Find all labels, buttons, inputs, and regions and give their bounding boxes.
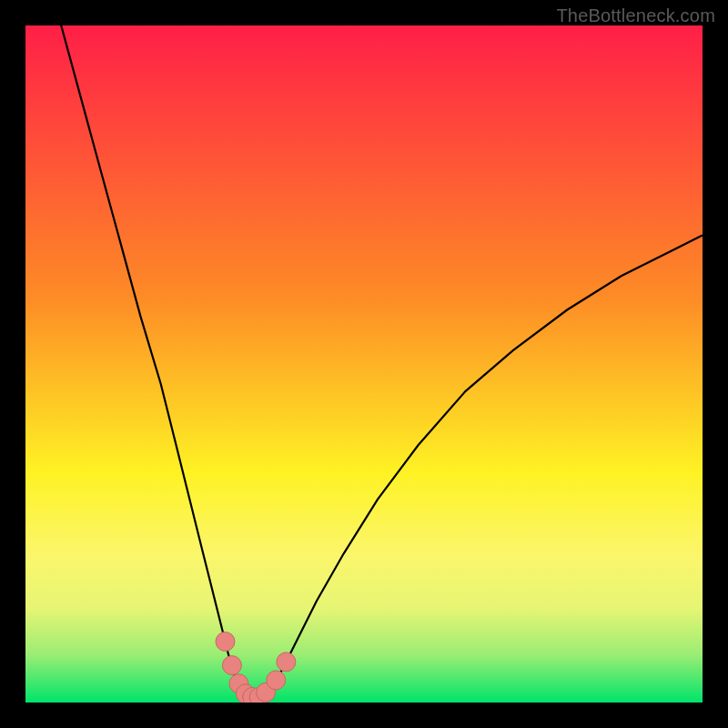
chart-frame: TheBottleneck.com — [0, 0, 728, 728]
curve-layer — [25, 25, 703, 703]
marker-point — [277, 652, 296, 672]
highlighted-points — [216, 632, 296, 703]
marker-point — [216, 632, 235, 652]
plot-area — [25, 25, 703, 703]
watermark-text: TheBottleneck.com — [556, 5, 715, 26]
marker-point — [222, 656, 241, 675]
marker-point — [267, 671, 286, 690]
bottleneck-curve — [25, 25, 703, 699]
